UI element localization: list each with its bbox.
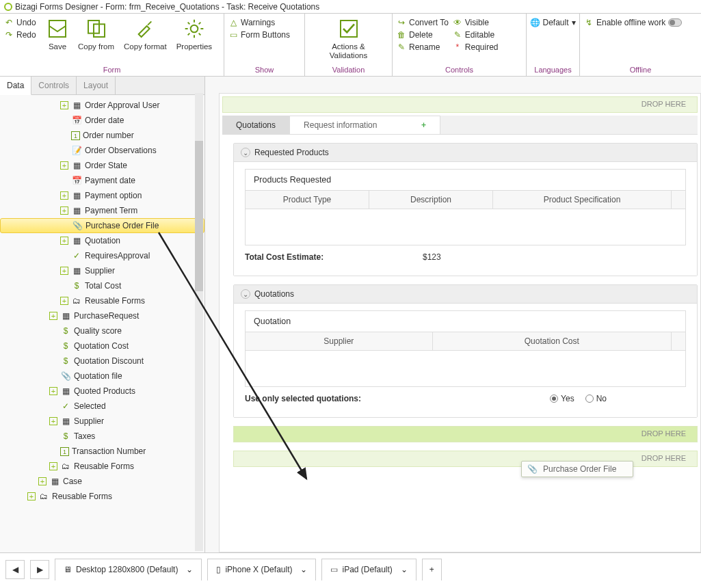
tree-item-label: Order Observations <box>85 146 157 155</box>
entity-icon: ▦ <box>71 161 82 170</box>
data-tree[interactable]: +▦Order Approval User📅Order date1Order n… <box>0 95 204 552</box>
tab-layout[interactable]: Layout <box>77 77 116 94</box>
expand-icon[interactable]: + <box>60 297 68 305</box>
col-product-type[interactable]: Product Type <box>246 191 369 209</box>
convert-to-button[interactable]: ↪Convert To <box>397 18 449 27</box>
form-tabs: Quotations Request information + <box>222 116 698 135</box>
chevron-down-icon: ⌄ <box>401 565 408 574</box>
enable-offline-toggle[interactable]: ↯Enable offline work <box>584 18 682 27</box>
save-button[interactable]: Save <box>44 16 71 53</box>
drop-zone-active[interactable]: DROP HERE <box>233 426 698 442</box>
tab-controls[interactable]: Controls <box>31 77 77 94</box>
tree-item[interactable]: +▦Case <box>0 474 204 489</box>
language-dropdown[interactable]: 🌐Default▾ <box>530 18 575 27</box>
visible-button[interactable]: 👁Visible <box>453 18 499 27</box>
empty-row <box>246 351 685 386</box>
col-supplier[interactable]: Supplier <box>246 332 433 350</box>
radio-yes[interactable]: Yes <box>550 394 574 403</box>
add-device-button[interactable]: + <box>422 559 442 580</box>
warnings-button[interactable]: △Warnings <box>228 18 290 27</box>
copy-from-button[interactable]: Copy from <box>75 16 117 53</box>
actions-validations-button[interactable]: Actions & Validations <box>309 16 388 61</box>
expand-icon[interactable]: + <box>60 206 68 215</box>
panel-requested-products[interactable]: ⌄ Requested Products Products Requested … <box>233 143 698 276</box>
expand-icon[interactable]: + <box>60 267 68 275</box>
tree-item[interactable]: +🗂Reusable Forms <box>0 489 204 504</box>
required-button[interactable]: *Required <box>453 42 499 52</box>
toggle-switch[interactable] <box>668 18 682 27</box>
tree-item[interactable]: $Quotation Discount <box>0 353 204 369</box>
nav-next[interactable]: ▶ <box>30 560 49 579</box>
tree-item[interactable]: +🗂Reusable Forms <box>0 459 204 474</box>
brush-icon <box>134 18 156 40</box>
tree-item[interactable]: +▦Payment Term <box>0 203 204 218</box>
panel-quotations[interactable]: ⌄ Quotations Quotation Supplier Quotatio… <box>233 284 698 418</box>
tree-item[interactable]: 📝Order Observations <box>0 143 204 158</box>
tree-item[interactable]: +▦Quoted Products <box>0 384 204 399</box>
tree-item[interactable]: 📅Order date <box>0 113 204 128</box>
device-ipad[interactable]: ▭iPad (Default)⌄ <box>321 559 416 580</box>
tree-item[interactable]: $Total Cost <box>0 278 204 293</box>
expand-icon[interactable]: + <box>49 462 57 470</box>
panel-header[interactable]: ⌄ Quotations <box>234 285 697 304</box>
editable-button[interactable]: ✎Editable <box>453 30 499 40</box>
tree-item[interactable]: 1Transaction Number <box>0 444 204 459</box>
col-quotation-cost[interactable]: Quotation Cost <box>433 332 672 350</box>
scroll-thumb[interactable] <box>195 141 203 291</box>
tab-request-information[interactable]: Request information + <box>290 116 440 134</box>
form-buttons-button[interactable]: ▭Form Buttons <box>228 30 290 40</box>
redo-button[interactable]: ↷Redo <box>4 30 40 40</box>
tree-item[interactable]: 📎Purchase Order File <box>0 218 204 233</box>
tree-item[interactable]: +▦Supplier <box>0 263 204 278</box>
properties-button[interactable]: Properties <box>174 16 215 53</box>
scrollbar[interactable] <box>195 93 203 551</box>
expand-icon[interactable]: + <box>49 417 57 425</box>
device-iphone[interactable]: ▯iPhone X (Default)⌄ <box>207 559 316 580</box>
tree-item[interactable]: $Quotation Cost <box>0 338 204 353</box>
expand-icon[interactable]: + <box>49 312 57 320</box>
tree-item[interactable]: ✓Selected <box>0 399 204 414</box>
delete-button[interactable]: 🗑Delete <box>397 30 449 40</box>
tree-item[interactable]: 1Order number <box>0 128 204 143</box>
drop-zone-top[interactable]: DROP HERE <box>222 96 698 113</box>
radio-icon <box>550 395 558 403</box>
tree-item[interactable]: +🗂Reusable Forms <box>0 293 204 308</box>
svg-rect-12 <box>341 21 357 37</box>
expand-icon[interactable]: + <box>49 387 57 395</box>
panel-header[interactable]: ⌄ Requested Products <box>234 144 697 162</box>
tree-item[interactable]: +▦Order State <box>0 158 204 173</box>
tree-item[interactable]: +▦Order Approval User <box>0 98 204 113</box>
expand-icon[interactable]: + <box>27 492 36 500</box>
undo-button[interactable]: ↶Undo <box>4 18 40 27</box>
tree-item[interactable]: +▦PurchaseRequest <box>0 308 204 323</box>
expand-icon[interactable]: + <box>60 161 68 170</box>
expand-icon[interactable]: + <box>60 191 68 200</box>
tree-item-label: Quoted Products <box>74 386 135 396</box>
expand-icon[interactable]: + <box>60 101 68 109</box>
tree-item[interactable]: 📎Quotation file <box>0 369 204 384</box>
svg-line-10 <box>188 34 190 36</box>
tree-item[interactable]: $Taxes <box>0 429 204 444</box>
col-product-specification[interactable]: Product Specification <box>493 191 672 209</box>
expand-icon[interactable]: + <box>60 237 68 245</box>
tree-item[interactable]: +▦Payment option <box>0 188 204 203</box>
tree-item[interactable]: 📅Payment date <box>0 173 204 188</box>
chevron-down-icon: ⌄ <box>241 289 250 299</box>
tab-data[interactable]: Data <box>0 77 31 95</box>
expand-icon[interactable]: + <box>38 477 47 485</box>
nav-prev[interactable]: ◀ <box>5 560 25 579</box>
tree-item[interactable]: ✓RequiresApproval <box>0 248 204 263</box>
plus-icon[interactable]: + <box>421 120 426 130</box>
dragged-control[interactable]: 📎 Purchase Order File <box>521 461 633 477</box>
entity-icon: ▦ <box>71 191 82 200</box>
tab-quotations[interactable]: Quotations <box>222 116 290 134</box>
col-description[interactable]: Description <box>369 191 493 209</box>
tree-item-label: RequiresApproval <box>85 251 150 260</box>
radio-no[interactable]: No <box>585 394 607 403</box>
tree-item[interactable]: $Quality score <box>0 323 204 338</box>
device-desktop[interactable]: 🖥Desktop 1280x800 (Default)⌄ <box>55 559 202 580</box>
tree-item[interactable]: +▦Supplier <box>0 414 204 429</box>
copy-format-button[interactable]: Copy format <box>121 16 170 53</box>
rename-button[interactable]: ✎Rename <box>397 42 449 52</box>
tree-item[interactable]: +▦Quotation <box>0 233 204 248</box>
